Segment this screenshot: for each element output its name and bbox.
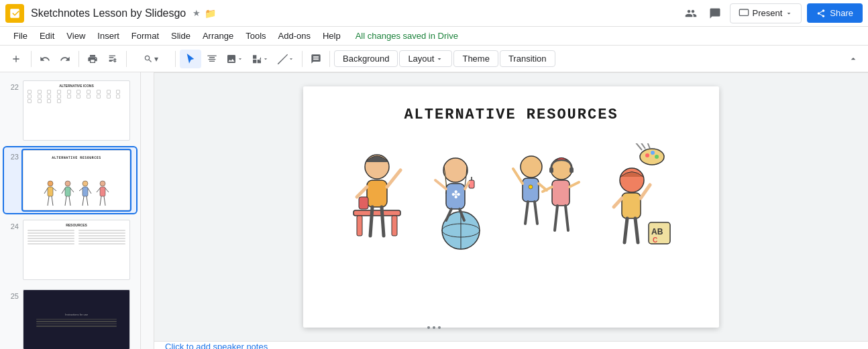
toolbar-separator-3 [126, 51, 127, 67]
menu-format[interactable]: Format [126, 29, 164, 43]
menu-file[interactable]: File [8, 29, 33, 43]
slide-thumb-24[interactable]: 24 RESOURCES [4, 217, 136, 283]
character-3-4 [508, 143, 588, 251]
title-row: Sketchnotes Lesson by Slidesgo ★ 📁 [31, 7, 679, 19]
layout-button[interactable]: Layout [399, 50, 452, 67]
shape-tool-button[interactable] [248, 50, 272, 68]
svg-line-11 [65, 196, 66, 206]
horizontal-ruler: 1 2 3 4 5 6 7 8 9 [154, 72, 868, 73]
menu-slide[interactable]: Slide [166, 29, 196, 43]
handle-dot-2 [433, 326, 435, 329]
undo-button[interactable] [36, 50, 54, 68]
svg-rect-80 [569, 167, 574, 173]
menu-arrange[interactable]: Arrange [197, 29, 239, 43]
star-icon[interactable]: ★ [193, 8, 201, 18]
slide-preview-24: RESOURCES [23, 220, 130, 280]
menu-help[interactable]: Help [317, 29, 346, 43]
notes-handle [427, 326, 441, 329]
toolbar-separator-6 [329, 51, 330, 67]
svg-line-62 [435, 180, 446, 189]
speaker-notes-placeholder[interactable]: Click to add speaker notes [165, 342, 268, 349]
slide-thumb-23[interactable]: 23 ALTERNATIVE RESOURCES [4, 147, 136, 213]
svg-text:C: C [653, 236, 657, 244]
slide-thumb-25[interactable]: 25 Instructions for use [4, 287, 136, 349]
layout-label: Layout [408, 54, 434, 64]
svg-line-49 [387, 170, 400, 187]
slide-illustrations: ✤ [317, 143, 706, 251]
share-button[interactable]: Share [807, 3, 863, 23]
add-comment-button[interactable] [307, 50, 325, 68]
svg-line-3 [44, 188, 48, 194]
present-button[interactable]: Present [730, 3, 802, 23]
zoom-button[interactable]: ▾ [131, 50, 171, 68]
svg-line-92 [625, 218, 627, 242]
svg-line-17 [83, 196, 84, 206]
main-content: 22 ALTERNATIVE ICONS [0, 72, 868, 349]
svg-line-86 [641, 143, 645, 149]
speaker-notes-bar[interactable]: Click to add speaker notes [154, 341, 868, 349]
image-tool-button[interactable] [223, 50, 247, 68]
svg-rect-74 [552, 180, 569, 206]
transition-button[interactable]: Transition [500, 50, 555, 67]
menu-view[interactable]: View [61, 29, 91, 43]
app-icon [5, 4, 24, 23]
handle-dot-1 [427, 326, 430, 329]
slide-title: ALTERNATIVE RESOURCES [404, 107, 618, 123]
svg-rect-47 [367, 180, 387, 207]
menu-tools[interactable]: Tools [240, 29, 271, 43]
svg-line-50 [357, 187, 367, 197]
toolbar-right [844, 50, 863, 68]
svg-line-4 [53, 188, 56, 191]
svg-point-84 [655, 155, 659, 159]
svg-line-23 [100, 196, 101, 206]
toolbar-separator-1 [31, 51, 32, 67]
slide-number-24: 24 [7, 222, 19, 230]
svg-point-72 [529, 185, 533, 189]
handle-dot-3 [438, 326, 441, 329]
svg-point-58 [443, 158, 468, 182]
svg-point-7 [65, 181, 70, 186]
svg-line-21 [97, 188, 100, 192]
background-button[interactable]: Background [334, 50, 398, 67]
document-title[interactable]: Sketchnotes Lesson by Slidesgo [31, 7, 186, 19]
menu-insert[interactable]: Insert [92, 29, 125, 43]
slide-thumb-22[interactable]: 22 ALTERNATIVE ICONS [4, 78, 136, 143]
svg-line-12 [69, 196, 70, 206]
svg-rect-0 [740, 9, 749, 15]
comments-icon[interactable] [706, 4, 724, 23]
svg-rect-53 [359, 197, 368, 209]
svg-line-16 [88, 188, 91, 194]
print-button[interactable] [83, 50, 102, 68]
svg-line-22 [105, 188, 109, 192]
title-icons: ★ 📁 [193, 8, 216, 19]
character-5: AB C [602, 143, 675, 251]
slide-canvas-wrapper[interactable]: ALTERNATIVE RESOURCES [154, 73, 868, 341]
svg-text:AB: AB [651, 227, 663, 236]
svg-line-10 [70, 188, 74, 192]
title-area: Sketchnotes Lesson by Slidesgo ★ 📁 [31, 7, 679, 19]
svg-line-93 [635, 218, 638, 242]
toolbar-separator-5 [302, 51, 303, 67]
add-slide-button[interactable] [5, 50, 27, 68]
slide-canvas[interactable]: ALTERNATIVE RESOURCES [303, 86, 719, 328]
menu-edit[interactable]: Edit [34, 29, 60, 43]
svg-point-1 [48, 181, 53, 186]
svg-line-18 [87, 196, 88, 206]
share-label: Share [830, 8, 853, 18]
explore-icon[interactable] [682, 4, 700, 23]
menu-addons[interactable]: Add-ons [273, 29, 316, 43]
folder-icon[interactable]: 📁 [205, 8, 216, 19]
transition-label: Transition [508, 54, 547, 64]
paint-format-button[interactable] [103, 50, 122, 68]
background-label: Background [343, 54, 389, 64]
redo-button[interactable] [56, 50, 74, 68]
select-tool-button[interactable] [180, 50, 201, 68]
text-tool-button[interactable] [203, 50, 221, 68]
theme-button[interactable]: Theme [453, 50, 498, 67]
svg-text:✤: ✤ [451, 189, 460, 200]
collapse-toolbar-button[interactable] [844, 50, 863, 68]
slide-preview-22: ALTERNATIVE ICONS [23, 80, 130, 141]
svg-line-77 [555, 206, 557, 230]
line-tool-button[interactable] [274, 50, 298, 68]
svg-line-5 [48, 196, 49, 206]
